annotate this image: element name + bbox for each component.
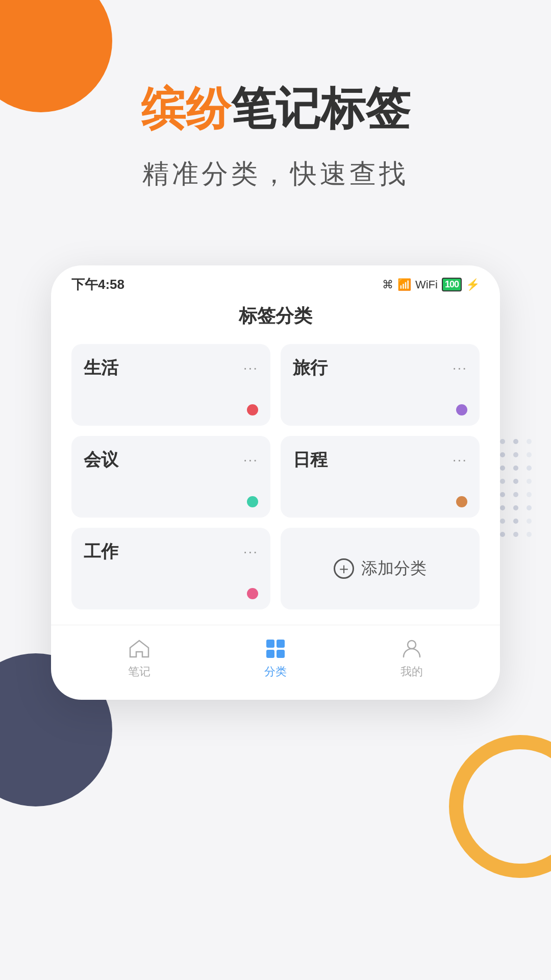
tag-card-work-dot (247, 588, 258, 599)
tag-card-travel-menu[interactable]: ··· (453, 360, 467, 376)
nav-label-mine: 我的 (400, 664, 423, 679)
nav-label-notes: 笔记 (128, 664, 151, 679)
tag-card-life-menu[interactable]: ··· (243, 360, 258, 376)
user-icon (400, 638, 423, 660)
tag-grid: 生活 ··· 旅行 ··· 会议 ··· (71, 344, 480, 609)
status-icons: ⌘ 📶 WiFi 100 ⚡ (382, 278, 480, 291)
hero-title: 缤纷笔记标签 (0, 82, 551, 136)
tag-card-life[interactable]: 生活 ··· (71, 344, 270, 426)
hero-title-dark: 笔记标签 (231, 83, 410, 134)
deco-bottom-right-arc (449, 735, 551, 878)
wifi-icon: WiFi (415, 278, 438, 291)
signal-icon: 📶 (397, 278, 411, 291)
app-content: 标签分类 生活 ··· 旅行 ··· (51, 299, 500, 609)
nav-item-categories[interactable]: 分类 (264, 638, 287, 679)
tag-card-work[interactable]: 工作 ··· (71, 528, 270, 609)
svg-rect-3 (277, 650, 285, 658)
charging-icon: ⚡ (466, 278, 480, 291)
phone-mockup: 下午4:58 ⌘ 📶 WiFi 100 ⚡ 标签分类 生活 ··· (51, 265, 500, 700)
add-category-label: 添加分类 (361, 557, 427, 580)
add-category-icon: ＋ (334, 558, 354, 579)
bluetooth-icon: ⌘ (382, 278, 393, 291)
tag-card-meeting[interactable]: 会议 ··· (71, 436, 270, 518)
nav-item-mine[interactable]: 我的 (400, 638, 423, 679)
svg-point-4 (408, 641, 416, 649)
svg-rect-1 (277, 640, 285, 648)
nav-label-categories: 分类 (264, 664, 287, 679)
tag-card-meeting-dot (247, 496, 258, 507)
add-category-card[interactable]: ＋ 添加分类 (281, 528, 480, 609)
tag-card-meeting-menu[interactable]: ··· (243, 452, 258, 468)
tag-card-travel-name: 旅行 (293, 356, 328, 380)
tag-card-life-dot (247, 404, 258, 415)
svg-rect-0 (266, 640, 274, 648)
bottom-nav: 笔记 分类 我的 (51, 625, 500, 700)
tag-card-meeting-header: 会议 ··· (84, 448, 258, 472)
hero-title-orange: 缤纷 (141, 83, 231, 134)
tag-card-meeting-name: 会议 (84, 448, 118, 472)
status-time: 下午4:58 (71, 276, 124, 293)
tag-card-work-menu[interactable]: ··· (243, 544, 258, 560)
tag-card-work-name: 工作 (84, 540, 118, 564)
tag-card-schedule-name: 日程 (293, 448, 328, 472)
tag-card-work-header: 工作 ··· (84, 540, 258, 564)
grid-icon (264, 638, 287, 660)
tag-card-travel[interactable]: 旅行 ··· (281, 344, 480, 426)
tag-card-schedule-menu[interactable]: ··· (453, 452, 467, 468)
tag-card-schedule-dot (456, 496, 467, 507)
tag-card-schedule[interactable]: 日程 ··· (281, 436, 480, 518)
tag-card-life-name: 生活 (84, 356, 118, 380)
battery-icon: 100 (442, 278, 462, 291)
home-icon (128, 638, 151, 660)
hero-section: 缤纷笔记标签 精准分类，快速查找 (0, 82, 551, 192)
tag-card-schedule-header: 日程 ··· (293, 448, 467, 472)
page-title: 标签分类 (71, 304, 480, 329)
tag-card-life-header: 生活 ··· (84, 356, 258, 380)
tag-card-travel-dot (456, 404, 467, 415)
hero-subtitle: 精准分类，快速查找 (0, 156, 551, 192)
nav-item-notes[interactable]: 笔记 (128, 638, 151, 679)
tag-card-travel-header: 旅行 ··· (293, 356, 467, 380)
status-bar: 下午4:58 ⌘ 📶 WiFi 100 ⚡ (51, 265, 500, 299)
svg-rect-2 (266, 650, 274, 658)
